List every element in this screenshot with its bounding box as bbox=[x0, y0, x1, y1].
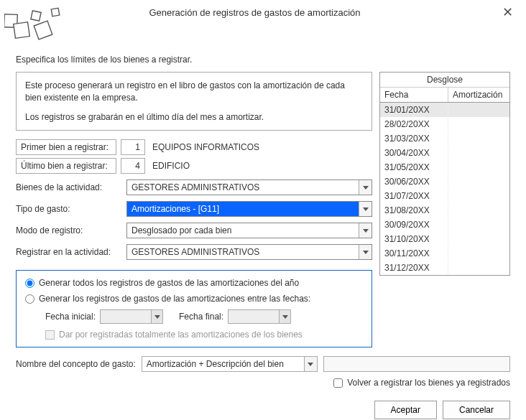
fecha-final-value bbox=[229, 310, 279, 323]
table-row[interactable]: 31/05/20XX bbox=[380, 160, 509, 174]
volver-registrar-option[interactable]: Volver a registrar los bienes ya registr… bbox=[333, 378, 510, 388]
ultimo-bien-label: Último bien a registrar: bbox=[16, 158, 116, 174]
chevron-down-icon[interactable] bbox=[151, 310, 162, 323]
fecha-final-select[interactable] bbox=[228, 309, 291, 324]
volver-registrar-checkbox[interactable] bbox=[333, 378, 343, 388]
cell-fecha: 31/07/20XX bbox=[380, 190, 448, 202]
chevron-down-icon[interactable] bbox=[279, 310, 290, 323]
table-row[interactable]: 30/06/20XX bbox=[380, 174, 509, 189]
cell-amortizacion bbox=[448, 137, 509, 140]
table-row[interactable]: 30/04/20XX bbox=[380, 146, 509, 160]
cell-fecha: 31/10/20XX bbox=[380, 233, 448, 246]
modo-registro-label: Modo de registro: bbox=[16, 225, 122, 235]
concepto-value: Amortización + Descripción del bien bbox=[142, 357, 304, 371]
cell-amortizacion bbox=[448, 180, 509, 183]
cell-amortizacion bbox=[448, 266, 509, 269]
cell-amortizacion bbox=[448, 252, 509, 255]
fecha-inicial-value bbox=[101, 310, 151, 323]
table-row[interactable]: 31/08/20XX bbox=[380, 203, 509, 218]
radio-generar-todos[interactable] bbox=[25, 279, 34, 288]
ultimo-bien-number[interactable]: 4 bbox=[121, 158, 145, 174]
cell-amortizacion bbox=[448, 151, 509, 154]
cell-fecha: 31/08/20XX bbox=[380, 204, 448, 217]
table-row[interactable]: 31/10/20XX bbox=[380, 232, 509, 246]
concepto-label: Nombre del concepto de gasto: bbox=[16, 359, 136, 369]
dialog-title: Generación de registros de gastos de amo… bbox=[10, 7, 499, 18]
cell-fecha: 28/02/20XX bbox=[380, 118, 448, 131]
svg-rect-1 bbox=[14, 22, 30, 39]
desglose-col-fecha: Fecha bbox=[380, 88, 448, 102]
modo-registro-select[interactable]: Desglosado por cada bien bbox=[126, 223, 372, 238]
tipo-gasto-label: Tipo de gasto: bbox=[16, 204, 122, 214]
radio-generar-todos-label: Generar todos los registros de gastos de… bbox=[39, 278, 299, 288]
cell-fecha: 31/05/20XX bbox=[380, 161, 448, 174]
bienes-actividad-value: GESTORES ADMINISTRATIVOS bbox=[127, 180, 359, 195]
svg-rect-3 bbox=[34, 21, 52, 39]
cell-fecha: 30/11/20XX bbox=[380, 247, 448, 260]
desglose-table: Desglose Fecha Amortización 31/01/20XX28… bbox=[379, 72, 510, 276]
subtitle-label: Especifica los límites de los bienes a r… bbox=[16, 55, 510, 65]
registrar-actividad-select[interactable]: GESTORES ADMINISTRATIVOS bbox=[126, 244, 372, 260]
cell-amortizacion bbox=[448, 195, 509, 197]
chevron-down-icon[interactable] bbox=[359, 223, 372, 238]
cell-amortizacion bbox=[448, 223, 509, 226]
close-icon[interactable]: ✕ bbox=[499, 4, 516, 20]
generation-options-box: Generar todos los registros de gastos de… bbox=[16, 270, 372, 347]
aceptar-button[interactable]: Aceptar bbox=[374, 401, 437, 419]
volver-registrar-label: Volver a registrar los bienes ya registr… bbox=[347, 378, 510, 388]
cell-fecha: 30/06/20XX bbox=[380, 175, 448, 188]
cell-fecha: 31/01/20XX bbox=[380, 103, 448, 116]
chevron-down-icon[interactable] bbox=[359, 180, 372, 195]
table-row[interactable]: 28/02/20XX bbox=[380, 117, 509, 131]
explain-line1: Este proceso generará un registro en el … bbox=[25, 80, 363, 104]
table-row[interactable]: 30/09/20XX bbox=[380, 218, 509, 232]
cell-fecha: 30/09/20XX bbox=[380, 218, 448, 231]
cell-fecha: 30/04/20XX bbox=[380, 146, 448, 159]
tipo-gasto-select[interactable]: Amortizaciones - [G11] bbox=[126, 201, 372, 217]
explain-line2: Los registros se grabarán en el último d… bbox=[25, 111, 363, 123]
desglose-title: Desglose bbox=[380, 73, 509, 88]
concepto-text-input[interactable] bbox=[323, 356, 510, 372]
modo-registro-value: Desglosado por cada bien bbox=[127, 223, 359, 238]
chevron-down-icon[interactable] bbox=[359, 202, 372, 216]
registrar-actividad-label: Registrar en la actividad: bbox=[16, 247, 122, 257]
table-row[interactable]: 31/03/20XX bbox=[380, 131, 509, 146]
table-row[interactable]: 31/12/20XX bbox=[380, 261, 509, 275]
fecha-inicial-label: Fecha inicial: bbox=[45, 312, 96, 322]
cell-amortizacion bbox=[448, 238, 509, 241]
chevron-down-icon[interactable] bbox=[304, 357, 317, 371]
cell-amortizacion bbox=[448, 166, 509, 169]
concepto-select[interactable]: Amortización + Descripción del bien bbox=[142, 356, 318, 372]
cancelar-button[interactable]: Cancelar bbox=[443, 401, 510, 419]
desglose-col-amortizacion: Amortización bbox=[448, 88, 509, 102]
cell-fecha: 31/03/20XX bbox=[380, 132, 448, 145]
bienes-actividad-label: Bienes de la actividad: bbox=[16, 182, 122, 192]
cell-amortizacion bbox=[448, 123, 509, 126]
primer-bien-number[interactable]: 1 bbox=[121, 139, 145, 155]
checkbox-dar-registradas-label: Dar por registradas totalmente las amort… bbox=[59, 330, 303, 340]
chevron-down-icon[interactable] bbox=[359, 245, 372, 259]
cell-amortizacion bbox=[448, 108, 509, 111]
fecha-final-label: Fecha final: bbox=[179, 312, 223, 322]
explanation-box: Este proceso generará un registro en el … bbox=[16, 72, 372, 131]
checkbox-dar-registradas bbox=[45, 330, 55, 340]
radio-generar-entre-fechas-label: Generar los registros de gastos de las a… bbox=[39, 294, 310, 304]
primer-bien-label: Primer bien a registrar: bbox=[16, 139, 116, 155]
table-row[interactable]: 31/01/20XX bbox=[380, 103, 509, 117]
table-row[interactable]: 30/11/20XX bbox=[380, 246, 509, 261]
primer-bien-name: EQUIPOS INFORMATICOS bbox=[149, 140, 262, 154]
radio-generar-entre-fechas[interactable] bbox=[25, 294, 34, 304]
bienes-actividad-select[interactable]: GESTORES ADMINISTRATIVOS bbox=[126, 179, 372, 195]
ultimo-bien-name: EDIFICIO bbox=[149, 159, 193, 173]
fecha-inicial-select[interactable] bbox=[100, 309, 163, 324]
cell-amortizacion bbox=[448, 209, 509, 212]
tipo-gasto-value: Amortizaciones - [G11] bbox=[127, 202, 359, 216]
cell-fecha: 31/12/20XX bbox=[380, 261, 448, 274]
table-row[interactable]: 31/07/20XX bbox=[380, 189, 509, 203]
registrar-actividad-value: GESTORES ADMINISTRATIVOS bbox=[127, 245, 359, 259]
